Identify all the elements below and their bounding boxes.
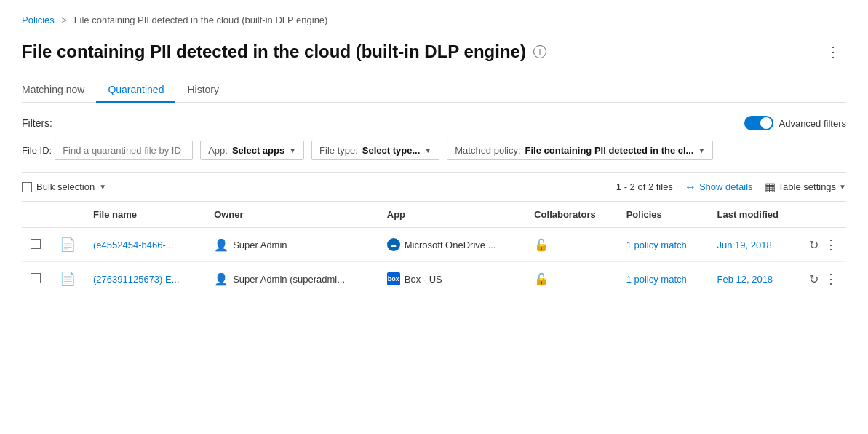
row-file-name-cell: (276391125673) E...: [84, 262, 205, 296]
breadcrumb-parent-link[interactable]: Policies: [22, 15, 55, 25]
table-settings-label: Table settings: [779, 181, 837, 192]
file-document-icon: 📄: [60, 237, 76, 252]
col-file-name: File name: [84, 202, 205, 228]
row-owner-cell: 👤 Super Admin (superadmi...: [205, 262, 378, 296]
row-collaborators-cell: 🔓: [525, 262, 617, 296]
app-name: Box - US: [405, 274, 442, 285]
row-file-icon-cell: 📄: [51, 262, 84, 296]
lock-icon: 🔓: [534, 239, 549, 251]
show-details-label: Show details: [699, 181, 753, 192]
breadcrumb-separator: >: [59, 15, 70, 25]
file-type-filter-dropdown[interactable]: File type: Select type... ▼: [311, 141, 439, 160]
breadcrumb-current: File containing PII detected in the clou…: [74, 15, 328, 25]
bulk-selection[interactable]: Bulk selection ▼: [22, 181, 106, 192]
breadcrumb: Policies > File containing PII detected …: [22, 15, 846, 25]
toolbar-right: 1 - 2 of 2 files ↔ Show details ▦ Table …: [616, 180, 846, 194]
owner-person-icon: 👤: [214, 272, 228, 286]
row-actions-cell: ↻ ⋮: [800, 262, 846, 296]
bulk-select-checkbox[interactable]: [22, 182, 32, 192]
col-last-modified: Last modified: [708, 202, 800, 228]
row-policies-cell: 1 policy match: [618, 262, 709, 296]
col-collaborators: Collaborators: [525, 202, 617, 228]
table-settings-icon: ▦: [765, 180, 776, 194]
more-menu-button[interactable]: ⋮: [820, 40, 846, 63]
file-type-filter-chevron: ▼: [424, 146, 431, 154]
row-policies-cell: 1 policy match: [618, 228, 709, 262]
col-checkbox: [22, 202, 51, 228]
restore-button[interactable]: ↻: [809, 272, 819, 286]
table-toolbar: Bulk selection ▼ 1 - 2 of 2 files ↔ Show…: [22, 172, 846, 202]
files-count: 1 - 2 of 2 files: [616, 181, 673, 192]
col-owner: Owner: [205, 202, 378, 228]
app-name: Microsoft OneDrive ...: [405, 240, 496, 250]
app-filter-dropdown[interactable]: App: Select apps ▼: [200, 141, 304, 160]
col-actions: [800, 202, 846, 228]
bulk-selection-label: Bulk selection: [36, 181, 95, 192]
file-type-filter-value: Select type...: [362, 145, 420, 156]
table-row: 📄 (e4552454-b466-... 👤 Super Admin ☁ Mic…: [22, 228, 846, 262]
show-details-button[interactable]: ↔ Show details: [685, 181, 753, 194]
app-filter-value: Select apps: [232, 145, 284, 156]
restore-button[interactable]: ↻: [809, 238, 819, 252]
file-id-input[interactable]: [55, 141, 193, 160]
file-id-label: File ID:: [22, 145, 52, 156]
row-file-name-cell: (e4552454-b466-...: [84, 228, 205, 262]
filters-row: Filters: Advanced filters: [22, 116, 846, 130]
row-more-button[interactable]: ⋮: [824, 271, 837, 287]
file-id-filter: File ID:: [22, 141, 193, 160]
advanced-filters-toggle[interactable]: Advanced filters: [744, 116, 847, 130]
col-app: App: [378, 202, 525, 228]
advanced-filters-toggle-switch[interactable]: [744, 116, 773, 130]
tab-history[interactable]: History: [175, 78, 231, 103]
matched-policy-filter-value: File containing PII detected in the cl..…: [525, 145, 694, 156]
owner-person-icon: 👤: [214, 238, 228, 252]
bulk-selection-chevron[interactable]: ▼: [99, 183, 106, 191]
table-settings-chevron: ▼: [839, 183, 846, 191]
last-modified-date: Feb 12, 2018: [717, 274, 773, 285]
row-actions-cell: ↻ ⋮: [800, 228, 846, 262]
filter-controls: File ID: App: Select apps ▼ File type: S…: [22, 141, 846, 160]
row-app-cell: box Box - US: [378, 262, 525, 296]
toggle-knob: [760, 117, 772, 129]
app-filter-label: App:: [208, 145, 228, 156]
row-app-cell: ☁ Microsoft OneDrive ...: [378, 228, 525, 262]
files-table: File name Owner App Collaborators Polici…: [22, 202, 846, 296]
last-modified-date: Jun 19, 2018: [717, 240, 771, 250]
advanced-filters-label: Advanced filters: [779, 118, 847, 129]
file-type-filter-label: File type:: [319, 145, 358, 156]
tabs-nav: Matching now Quarantined History: [22, 78, 846, 103]
col-policies: Policies: [618, 202, 709, 228]
row-owner-cell: 👤 Super Admin: [205, 228, 378, 262]
page-title: File containing PII detected in the clou…: [22, 42, 526, 62]
onedrive-icon: ☁: [387, 238, 400, 251]
table-row: 📄 (276391125673) E... 👤 Super Admin (sup…: [22, 262, 846, 296]
tab-quarantined[interactable]: Quarantined: [96, 78, 175, 103]
info-icon[interactable]: i: [533, 45, 546, 58]
owner-name: Super Admin (superadmi...: [233, 274, 345, 285]
tab-matching-now[interactable]: Matching now: [22, 78, 96, 103]
row-checkbox-cell: [22, 262, 51, 296]
policy-match[interactable]: 1 policy match: [626, 274, 687, 285]
row-checkbox-cell: [22, 228, 51, 262]
policy-match[interactable]: 1 policy match: [626, 240, 687, 250]
row-file-icon-cell: 📄: [51, 228, 84, 262]
row-checkbox[interactable]: [31, 273, 41, 283]
row-more-button[interactable]: ⋮: [824, 237, 837, 253]
table-header-row: File name Owner App Collaborators Polici…: [22, 202, 846, 228]
table-settings-button[interactable]: ▦ Table settings ▼: [765, 180, 846, 194]
lock-icon: 🔓: [534, 273, 549, 285]
matched-policy-filter-label: Matched policy:: [455, 145, 520, 156]
box-icon: box: [387, 272, 400, 285]
app-filter-chevron: ▼: [289, 146, 296, 154]
file-name-link[interactable]: (276391125673) E...: [93, 274, 180, 285]
row-last-modified-cell: Jun 19, 2018: [708, 228, 800, 262]
row-collaborators-cell: 🔓: [525, 228, 617, 262]
matched-policy-filter-chevron: ▼: [698, 146, 705, 154]
row-checkbox[interactable]: [31, 239, 41, 249]
matched-policy-filter-dropdown[interactable]: Matched policy: File containing PII dete…: [447, 141, 713, 160]
file-name-link[interactable]: (e4552454-b466-...: [93, 240, 174, 250]
row-last-modified-cell: Feb 12, 2018: [708, 262, 800, 296]
filters-label: Filters:: [22, 117, 52, 129]
col-file-icon: [51, 202, 84, 228]
show-details-icon: ↔: [685, 181, 696, 194]
